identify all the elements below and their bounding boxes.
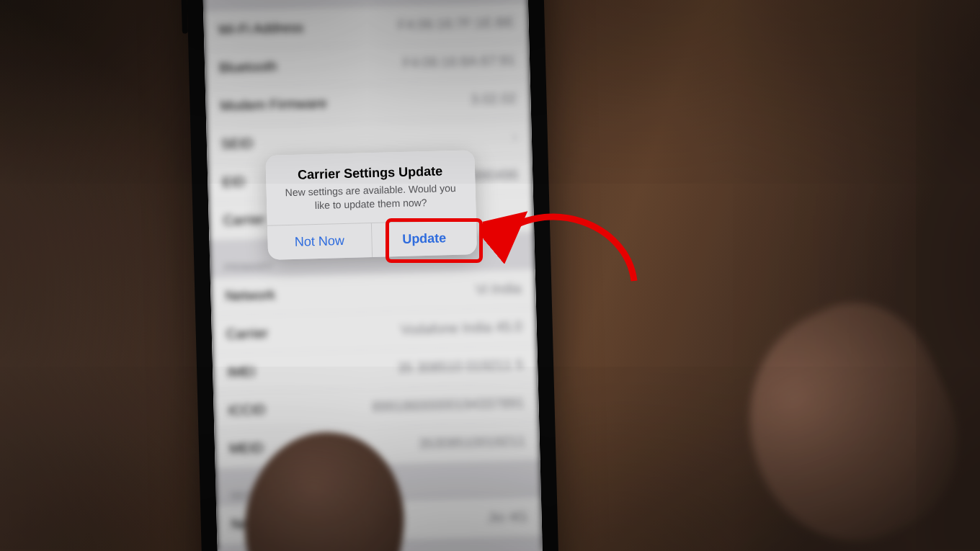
not-now-button[interactable]: Not Now xyxy=(267,223,372,260)
update-button[interactable]: Update xyxy=(371,220,477,257)
alert-buttons: Not Now Update xyxy=(267,220,476,260)
row-value: 35 308510 019211 5 xyxy=(398,357,524,377)
row-label: IMEI xyxy=(227,364,256,380)
row-label: Bluetooth xyxy=(219,58,277,76)
row-label: Network xyxy=(225,287,275,305)
row-label: ICCID xyxy=(228,402,265,418)
row-value: Jio 4G xyxy=(487,509,527,526)
row-label: Carrier xyxy=(226,326,269,343)
alert-title: Carrier Settings Update xyxy=(265,150,475,187)
row-label: Carrier xyxy=(223,212,265,229)
row-value: 89918600000194337891 xyxy=(372,395,525,416)
row-label: Modem Firmware xyxy=(220,96,326,115)
row-value: F4:06:16:7F:1E:BE xyxy=(398,14,514,33)
scene-photo: Wi-Fi AddressF4:06:16:7F:1E:BEBluetoothF… xyxy=(0,0,980,551)
row-value: › xyxy=(512,127,517,146)
row-value: 890496 xyxy=(473,167,519,184)
alert-message: New settings are available. Would you li… xyxy=(266,181,476,225)
row-value: 3.02.02 xyxy=(471,91,517,108)
row-value: Vi India xyxy=(476,281,522,298)
carrier-update-alert: Carrier Settings Update New settings are… xyxy=(265,150,477,259)
row-label: SEID xyxy=(221,135,254,152)
row-value: Vodafone India 45.0 xyxy=(400,319,522,338)
row-value: 35308510019211 xyxy=(419,434,525,452)
row-label: MEID xyxy=(229,440,264,457)
right-hand xyxy=(710,278,980,551)
row-value: F4:06:16:8A:67:91 xyxy=(402,53,515,71)
row-label: Wi-Fi Address xyxy=(218,19,304,37)
row-label: EID xyxy=(222,174,245,191)
